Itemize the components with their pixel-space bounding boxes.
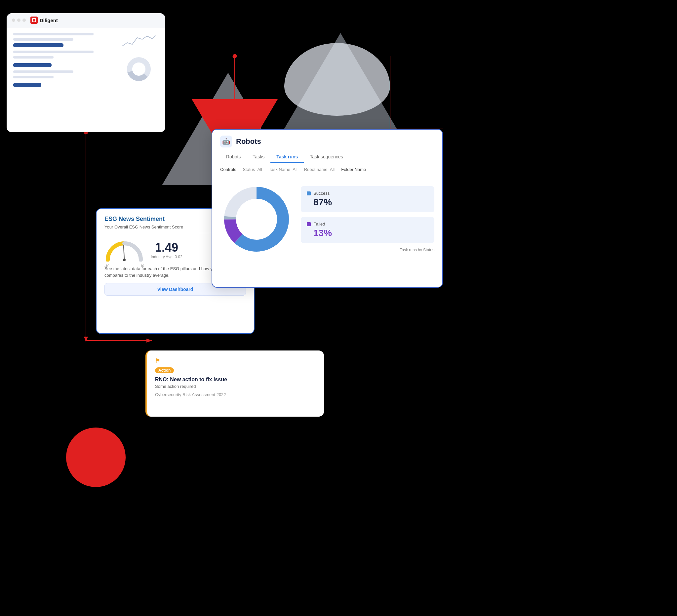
diligent-right-content [119, 33, 159, 90]
legend-failed-header: Failed [307, 222, 428, 226]
robots-title-row: 🤖 Robots [220, 136, 434, 147]
action-title: RNO: New action to fix issue [155, 377, 316, 383]
bar-accent-2 [13, 63, 52, 67]
gauge-labels: -10 10 [104, 264, 144, 268]
filter-status-value[interactable]: All [258, 167, 262, 172]
bar-6 [13, 76, 53, 78]
filter-robot-name-label: Robot name [304, 167, 328, 172]
svg-point-10 [233, 54, 237, 58]
filter-controls: Controls [220, 167, 236, 172]
diligent-logo: Diligent [31, 16, 58, 24]
action-card: ⚑ Action RNO: New action to fix issue So… [145, 350, 324, 416]
diligent-content [7, 28, 165, 96]
action-body: ⚑ Action RNO: New action to fix issue So… [147, 350, 324, 404]
filter-status: Status All [243, 167, 262, 172]
tab-tasks[interactable]: Tasks [246, 151, 270, 163]
gauge-industry-avg: Industry Avg: 0.02 [151, 255, 182, 259]
robots-icon: 🤖 [220, 136, 232, 147]
gauge-max-label: 10 [140, 264, 144, 268]
filter-task-name: Task Name All [269, 167, 298, 172]
bar-2 [13, 38, 74, 41]
legend-success: Success 87% [301, 186, 434, 212]
filter-task-name-value[interactable]: All [292, 167, 297, 172]
diligent-donut [126, 56, 152, 82]
legend-failed-pct: 13% [313, 228, 428, 238]
filter-robot-name-value[interactable]: All [330, 167, 334, 172]
legend-success-label: Success [313, 191, 329, 196]
legend-success-dot [307, 191, 311, 195]
action-footer: Cybersecurity Risk Assessment 2022 [155, 392, 316, 397]
titlebar-dot-1 [12, 18, 15, 22]
diligent-titlebar: Diligent [7, 13, 165, 28]
legend-failed: Failed 13% [301, 217, 434, 243]
legend-success-header: Success [307, 191, 428, 196]
robots-tabs: Robots Tasks Task runs Task sequences [220, 151, 434, 163]
gauge-svg [104, 238, 144, 262]
donut-legend: Success 87% Failed 13% Task runs by Stat… [301, 186, 434, 252]
diligent-card: Diligent [7, 13, 165, 132]
filter-robot-name: Robot name All [304, 167, 335, 172]
bar-1 [13, 33, 94, 35]
diligent-logo-icon [31, 16, 38, 24]
bar-4 [13, 56, 53, 58]
svg-marker-6 [84, 337, 88, 342]
gauge-chart: -10 10 [104, 238, 144, 262]
robots-card: 🤖 Robots Robots Tasks Task runs Task seq… [212, 129, 443, 288]
diligent-sidebar-content [13, 33, 114, 90]
diligent-logo-text: Diligent [40, 17, 58, 23]
robots-body: Success 87% Failed 13% Task runs by Stat… [212, 176, 442, 262]
action-flag-icon: ⚑ [155, 357, 316, 364]
titlebar-dot-3 [22, 18, 26, 22]
svg-point-20 [123, 259, 126, 261]
filter-status-label: Status [243, 167, 255, 172]
robots-filters: Controls Status All Task Name All Robot … [212, 163, 442, 176]
chart-footer-label: Task runs by Status [301, 248, 434, 252]
action-subtitle: Some action required [155, 384, 316, 389]
tab-robots[interactable]: Robots [220, 151, 246, 163]
gauge-min-label: -10 [104, 264, 109, 268]
robots-title: Robots [236, 137, 261, 146]
legend-failed-dot [307, 222, 311, 226]
bar-3 [13, 51, 94, 53]
titlebar-dot-2 [17, 18, 20, 22]
donut-svg [220, 183, 293, 256]
filter-task-name-label: Task Name [269, 167, 290, 172]
sparkline-chart [121, 33, 157, 49]
donut-chart [220, 183, 293, 256]
bar-accent-1 [13, 43, 63, 47]
tab-task-runs[interactable]: Task runs [270, 151, 304, 163]
legend-failed-label: Failed [313, 222, 325, 226]
legend-success-pct: 87% [313, 197, 428, 208]
tab-task-sequences[interactable]: Task sequences [304, 151, 349, 163]
svg-rect-12 [33, 19, 35, 21]
bar-5 [13, 71, 74, 73]
red-circle-decoration [66, 428, 126, 487]
robots-header: 🤖 Robots Robots Tasks Task runs Task seq… [212, 130, 442, 163]
bar-accent-3 [13, 83, 41, 87]
svg-line-19 [124, 246, 124, 260]
gauge-score-display: 1.49 Industry Avg: 0.02 [151, 241, 182, 259]
svg-marker-8 [146, 339, 152, 343]
filter-folder-name: Folder Name [341, 167, 366, 172]
gauge-score-number: 1.49 [151, 241, 182, 255]
action-badge: Action [155, 367, 174, 373]
